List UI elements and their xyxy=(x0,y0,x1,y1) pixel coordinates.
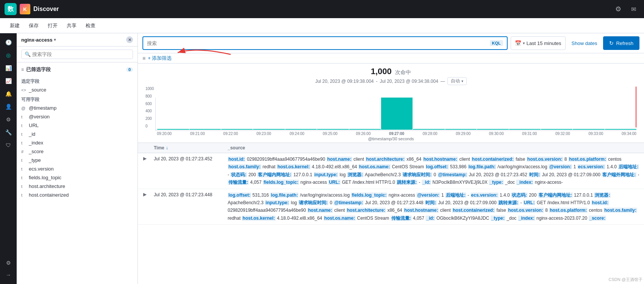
result-time-2: Jul 20, 2023 @ 01:27:23.448 xyxy=(154,191,228,199)
field-item-id[interactable]: t _id xyxy=(17,130,138,138)
bar-14 xyxy=(573,129,604,130)
y-label-400: 400 xyxy=(145,109,154,113)
x-label-8: 09:28:00 xyxy=(423,132,438,136)
result-source-1: host.id: 029820919bff4aaa940677954a46be9… xyxy=(228,155,639,186)
y-label-0: 0 xyxy=(145,124,154,128)
x-label-4: 09:24:00 xyxy=(289,132,304,136)
field-search-icon: 🔍 xyxy=(25,51,31,57)
field-item-timestamp[interactable]: @ @timestamp xyxy=(17,104,138,112)
x-label-9: 09:29:00 xyxy=(456,132,470,136)
host-arch-field-name: host.architecture xyxy=(29,183,65,189)
ecs-type-icon: t xyxy=(21,167,27,171)
watermark: CSDN @王酒馆子 xyxy=(609,277,642,282)
bar-3 xyxy=(221,129,253,130)
x-label-1: 09:21:00 xyxy=(190,132,205,136)
field-item-version[interactable]: t @version xyxy=(17,112,138,121)
x-label-13: 09:33:00 xyxy=(588,132,603,136)
x-label-7: 09:27:00 xyxy=(389,132,404,136)
index-name: nginx-access xyxy=(21,37,52,43)
field-item-source[interactable]: <> _source xyxy=(17,85,138,94)
host-cont-type-icon: t xyxy=(21,193,27,197)
index-close-btn[interactable]: ✕ xyxy=(126,36,133,43)
ecs-field-name: ecs.version xyxy=(29,166,54,172)
host-arch-type-icon: t xyxy=(21,184,27,189)
bar-12 xyxy=(509,129,541,130)
index-type-icon: t xyxy=(21,141,27,145)
nav-icon-time[interactable]: 🕐 xyxy=(2,36,14,48)
x-label-12: 09:32:00 xyxy=(555,132,570,136)
section-title-selected: 选定字段 xyxy=(17,77,138,85)
nav-icon-visualize[interactable]: 📈 xyxy=(2,75,14,87)
y-label-200: 200 xyxy=(145,116,154,121)
field-item-index[interactable]: t _index xyxy=(17,138,138,147)
bar-4 xyxy=(253,129,284,130)
nav-icon-shield[interactable]: 🛡 xyxy=(2,139,14,151)
nav-icon-arrow[interactable]: → xyxy=(2,269,14,281)
nav-icon-tools[interactable]: 🔧 xyxy=(2,126,14,138)
search-input[interactable] xyxy=(147,40,488,46)
nav-icon-discover[interactable]: ◎ xyxy=(2,49,14,61)
auto-label: 自动 xyxy=(451,78,460,84)
x-label-2: 09:22:00 xyxy=(223,132,238,136)
refresh-button[interactable]: ↻ Refresh xyxy=(603,36,639,50)
save-button[interactable]: 保存 xyxy=(25,21,42,31)
mail-icon-btn[interactable]: ✉ xyxy=(627,3,639,15)
bar-10 xyxy=(445,129,477,130)
inspect-button[interactable]: 检查 xyxy=(82,21,99,31)
nav-icon-settings[interactable]: ⚙ xyxy=(2,257,14,269)
chart-time-end: Jul 20, 2023 @ 09:34:38.004 xyxy=(380,79,438,84)
table-row: ▶ Jul 20, 2023 @ 01:27:23.452 host.id: 0… xyxy=(138,153,644,189)
nav-icon-dashboard[interactable]: 📊 xyxy=(2,62,14,74)
filter-icon: ≡ xyxy=(142,55,145,61)
open-button[interactable]: 打开 xyxy=(44,21,61,31)
share-button[interactable]: 共享 xyxy=(63,21,80,31)
chart-time-start: Jul 20, 2023 @ 09:19:38.004 xyxy=(315,79,374,84)
table-row-2: ▶ Jul 20, 2023 @ 01:27:23.448 log.offset… xyxy=(138,189,644,225)
nav-icon-alerts[interactable]: 🔔 xyxy=(2,88,14,100)
expand-row-1-btn[interactable]: ▶ xyxy=(142,155,147,161)
settings-icon-btn[interactable]: ⚙ xyxy=(612,3,624,15)
field-item-log-topic[interactable]: t fields.log_topic xyxy=(17,173,138,182)
col-source-header: _source xyxy=(228,145,639,151)
new-button[interactable]: 新建 xyxy=(6,21,23,31)
selected-fields-header[interactable]: ≡ 已筛选字段 0 xyxy=(17,64,138,74)
y-label-800: 800 xyxy=(145,94,154,98)
x-label-14: 09:34:00 xyxy=(622,132,636,136)
calendar-icon: 📅 xyxy=(515,40,521,46)
app-title: Discover xyxy=(33,6,59,12)
auto-selector[interactable]: 自动 ▾ xyxy=(447,77,467,85)
chart-unit: 次命中 xyxy=(395,69,411,75)
table-header: Time ↓ _source xyxy=(138,143,644,153)
host-cont-field-name: host.containerized xyxy=(29,192,69,198)
result-source-2: log.offset: 531,316 log.file.path: /var/… xyxy=(228,191,639,222)
chart-count: 1,000 xyxy=(371,67,392,76)
x-label-0: 09:20:00 xyxy=(157,132,172,136)
log-topic-type-icon: t xyxy=(21,175,27,180)
index-selector[interactable]: nginx-access ▾ ✕ xyxy=(17,33,138,47)
field-item-host-architecture[interactable]: t host.architecture xyxy=(17,182,138,191)
chart-time-sep: - xyxy=(376,79,378,84)
timestamp-type-icon: @ xyxy=(21,106,27,110)
index-field-name: _index xyxy=(29,140,43,146)
field-item-host-containerized[interactable]: t host.containerized xyxy=(17,191,138,199)
field-item-url[interactable]: t URL xyxy=(17,121,138,130)
time-picker[interactable]: 📅 ▾ Last 15 minutes xyxy=(511,36,566,50)
field-item-type[interactable]: t _type xyxy=(17,156,138,165)
version-field-name: @version xyxy=(29,114,50,119)
nav-icon-gear[interactable]: ⚙ xyxy=(2,113,14,126)
expand-row-2-btn[interactable]: ▶ xyxy=(142,191,147,197)
bar-9 xyxy=(413,129,444,130)
col-time-header[interactable]: Time ↓ xyxy=(154,145,228,151)
bar-2 xyxy=(189,129,221,130)
kql-badge[interactable]: KQL xyxy=(490,40,503,46)
nav-icon-user[interactable]: 👤 xyxy=(2,101,14,113)
field-item-ecs[interactable]: t ecs.version xyxy=(17,165,138,173)
red-vertical-line xyxy=(636,87,636,127)
field-search-input[interactable] xyxy=(32,51,130,57)
bar-8 xyxy=(381,98,413,130)
show-dates-button[interactable]: Show dates xyxy=(569,40,600,46)
field-item-score[interactable]: # _score xyxy=(17,147,138,156)
bar-15 xyxy=(605,129,636,130)
app-logo: 数 xyxy=(5,3,17,15)
x-label-6: 09:26:00 xyxy=(356,132,371,136)
